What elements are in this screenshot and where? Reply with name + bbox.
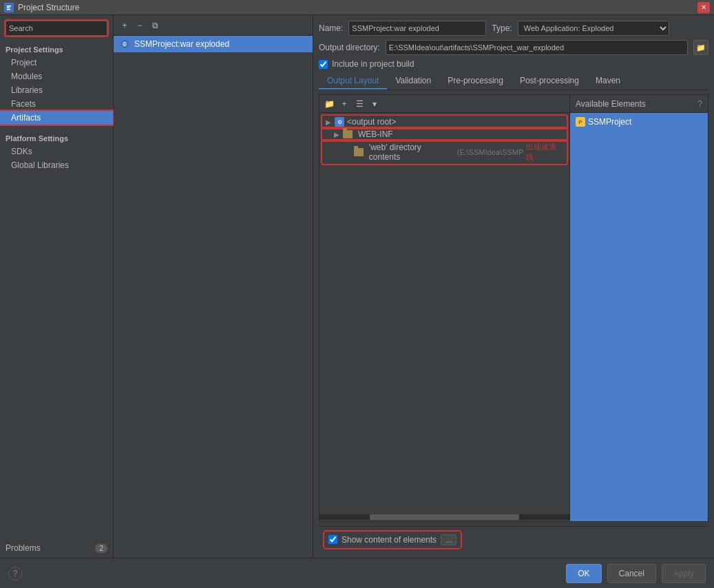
folder-icon-webinf bbox=[343, 130, 353, 138]
available-item-ssm[interactable]: P SSMProject bbox=[573, 116, 705, 128]
tab-validation[interactable]: Validation bbox=[387, 73, 439, 90]
include-in-build-row: Include in project build bbox=[319, 59, 708, 69]
available-content: P SSMProject bbox=[570, 113, 708, 521]
content-area: + − ⧉ SSMProject:war exploded Name: T bbox=[114, 15, 714, 558]
artifact-section: + − ⧉ SSMProject:war exploded bbox=[114, 15, 313, 558]
sidebar-item-facets[interactable]: Facets bbox=[0, 97, 113, 111]
right-panel: Name: Type: Web Application: Exploded Ou… bbox=[313, 15, 714, 558]
output-tree-panel: 📁 + ☰ ▾ ▶ ⚙ <output root> bbox=[319, 95, 570, 521]
horizontal-scrollbar[interactable] bbox=[319, 514, 569, 520]
search-box[interactable] bbox=[6, 21, 107, 36]
output-dir-input[interactable] bbox=[386, 40, 688, 55]
tree-item-webinf[interactable]: ▶ WEB-INF bbox=[322, 128, 567, 140]
tab-output-layout[interactable]: Output Layout bbox=[319, 73, 387, 90]
available-elements-label: Available Elements bbox=[576, 99, 646, 109]
svg-rect-6 bbox=[123, 44, 127, 45]
svg-rect-5 bbox=[123, 42, 126, 43]
sidebar-item-problems[interactable]: Problems 2 bbox=[0, 541, 113, 555]
show-content-label: Show content of elements bbox=[342, 535, 437, 545]
help-icon[interactable]: ? bbox=[697, 99, 702, 109]
type-label: Type: bbox=[492, 23, 512, 33]
tree-toolbar: 📁 + ☰ ▾ bbox=[319, 95, 569, 113]
sidebar-item-modules[interactable]: Modules bbox=[0, 70, 113, 83]
tab-post-processing[interactable]: Post-processing bbox=[512, 73, 587, 90]
search-input[interactable] bbox=[9, 24, 104, 32]
sidebar-item-global-libraries[interactable]: Global Libraries bbox=[0, 158, 113, 172]
remove-artifact-button[interactable]: − bbox=[133, 19, 147, 32]
tree-tool-list[interactable]: ☰ bbox=[353, 98, 366, 110]
tree-tool-folder[interactable]: 📁 bbox=[322, 98, 336, 110]
name-type-row: Name: Type: Web Application: Exploded bbox=[319, 21, 708, 36]
available-header: Available Elements ? bbox=[570, 95, 708, 113]
ok-button[interactable]: OK bbox=[566, 564, 601, 583]
tree-item-webdir[interactable]: 'web' directory contents (E:\SSMIdea\SSM… bbox=[322, 140, 567, 164]
project-icon: P bbox=[576, 117, 585, 127]
expand-icon-webinf: ▶ bbox=[333, 131, 340, 138]
svg-rect-2 bbox=[7, 7, 10, 8]
tree-content: ▶ ⚙ <output root> ▶ WEB-INF bbox=[319, 113, 569, 513]
ellipsis-button[interactable]: ... bbox=[441, 534, 456, 545]
add-artifact-button[interactable]: + bbox=[118, 19, 132, 32]
window-controls: ✕ bbox=[697, 2, 710, 13]
artifact-icon bbox=[119, 39, 130, 50]
tab-maven[interactable]: Maven bbox=[587, 73, 629, 90]
project-settings-header: Project Settings bbox=[0, 41, 113, 56]
tree-item-label-webinf: WEB-INF bbox=[358, 129, 393, 139]
title-bar: Project Structure ✕ bbox=[0, 0, 714, 15]
tab-pre-processing[interactable]: Pre-processing bbox=[439, 73, 512, 90]
tree-item-label-webdir: 'web' directory contents bbox=[369, 143, 454, 162]
platform-settings-header: Platform Settings bbox=[0, 130, 113, 145]
wavy-annotation: 出现波浪线 bbox=[526, 142, 564, 162]
copy-artifact-button[interactable]: ⧉ bbox=[148, 19, 162, 32]
help-button[interactable]: ? bbox=[8, 567, 22, 580]
expand-icon: ▶ bbox=[325, 118, 332, 125]
sidebar: Project Settings Project Modules Librari… bbox=[0, 15, 114, 558]
show-content-checkbox[interactable] bbox=[328, 535, 337, 544]
tree-tool-add[interactable]: + bbox=[337, 98, 351, 110]
tabs-bar: Output Layout Validation Pre-processing … bbox=[319, 73, 708, 90]
include-in-build-checkbox[interactable] bbox=[319, 60, 328, 69]
tree-item-suffix-webdir: (E:\SSMIdea\SSMP bbox=[457, 148, 524, 156]
artifact-item-label: SSMProject:war exploded bbox=[134, 39, 229, 49]
cancel-button[interactable]: Cancel bbox=[607, 564, 656, 583]
content-split: + − ⧉ SSMProject:war exploded Name: T bbox=[114, 15, 714, 558]
window-title: Project Structure bbox=[18, 3, 79, 12]
sidebar-item-artifacts[interactable]: Artifacts bbox=[0, 111, 113, 125]
name-label: Name: bbox=[319, 23, 343, 33]
expand-icon-webdir bbox=[344, 149, 351, 156]
action-bar: ? OK Cancel Apply bbox=[0, 558, 714, 588]
problems-badge: 2 bbox=[95, 544, 107, 553]
svg-rect-7 bbox=[123, 45, 126, 46]
sidebar-item-sdks[interactable]: SDKs bbox=[0, 145, 113, 158]
include-in-build-label: Include in project build bbox=[332, 59, 414, 69]
action-bar-right: OK Cancel Apply bbox=[566, 564, 706, 583]
output-layout-container: 📁 + ☰ ▾ ▶ ⚙ <output root> bbox=[319, 94, 708, 522]
svg-rect-3 bbox=[7, 9, 10, 10]
svg-rect-1 bbox=[7, 6, 11, 7]
show-content-row: Show content of elements ... bbox=[324, 532, 461, 548]
type-select[interactable]: Web Application: Exploded bbox=[518, 21, 669, 36]
close-button[interactable]: ✕ bbox=[697, 2, 710, 13]
output-dir-row: Output directory: 📁 bbox=[319, 40, 708, 55]
tree-item-label-root: <output root> bbox=[347, 117, 396, 127]
window-icon bbox=[4, 3, 14, 12]
folder-icon-webdir bbox=[354, 148, 364, 156]
available-item-label: SSMProject bbox=[588, 117, 631, 127]
tree-item-output-root[interactable]: ▶ ⚙ <output root> bbox=[322, 116, 567, 128]
sidebar-item-project[interactable]: Project bbox=[0, 56, 113, 70]
artifact-toolbar: + − ⧉ bbox=[114, 15, 313, 36]
output-dir-label: Output directory: bbox=[319, 43, 380, 52]
main-container: Project Settings Project Modules Librari… bbox=[0, 15, 714, 558]
browse-dir-button[interactable]: 📁 bbox=[693, 40, 708, 55]
apply-button[interactable]: Apply bbox=[662, 564, 706, 583]
tree-tool-dropdown[interactable]: ▾ bbox=[368, 98, 381, 110]
available-panel: Available Elements ? P SSMProject bbox=[570, 95, 708, 521]
output-root-icon: ⚙ bbox=[335, 117, 344, 127]
name-input[interactable] bbox=[348, 21, 486, 36]
bottom-section: Show content of elements ... bbox=[319, 526, 708, 552]
scrollbar-thumb bbox=[370, 514, 520, 520]
sidebar-item-libraries[interactable]: Libraries bbox=[0, 83, 113, 97]
artifact-list-item[interactable]: SSMProject:war exploded bbox=[114, 36, 313, 52]
